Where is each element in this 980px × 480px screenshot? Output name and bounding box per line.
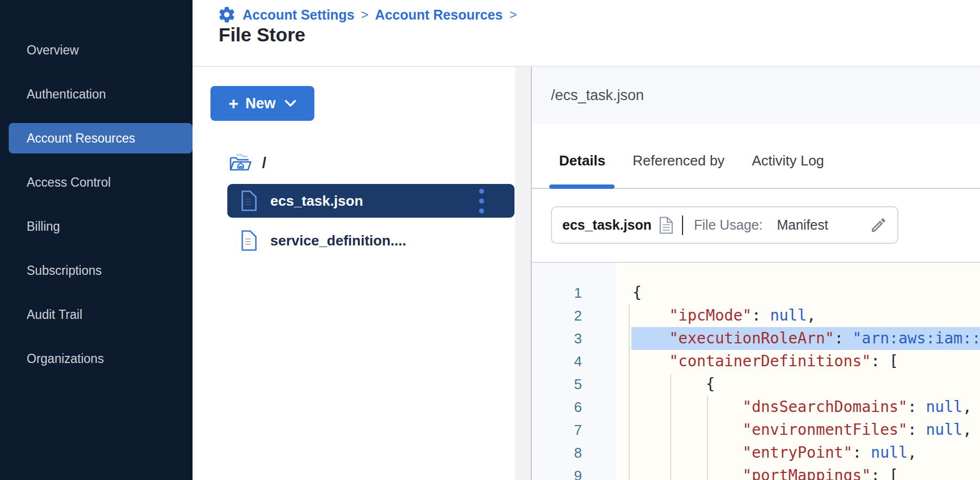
file-path: /ecs_task.json [551,87,644,104]
settings-sidebar: OverviewAuthenticationAccount ResourcesA… [0,0,193,480]
breadcrumb-link-account-settings[interactable]: Account Settings [243,7,355,23]
page-title: File Store [219,24,305,46]
code-line: "containerDefinitions": [ [632,350,898,373]
indent-guide [707,396,708,480]
breadcrumb-separator: > [361,7,369,22]
line-number: 1 [574,281,582,304]
line-number: 2 [574,304,582,327]
tab-activity-log[interactable]: Activity Log [752,152,824,169]
file-info-box: ecs_task.json File Usage: Manifest [551,206,898,244]
sidebar-item-organizations[interactable]: Organizations [0,343,193,374]
root-folder-row[interactable]: / [228,153,266,173]
file-icon [241,230,257,251]
divider [682,216,683,235]
breadcrumb-link-account-resources[interactable]: Account Resources [375,7,503,23]
sidebar-item-access-control[interactable]: Access Control [0,167,193,198]
code-line: "ipcMode": null, [632,304,816,327]
line-number: 8 [574,441,582,464]
code-line: "portMappings": [ [632,464,898,480]
line-number: 6 [574,396,582,419]
document-icon [659,217,673,234]
code-line: "executionRoleArn": "arn:aws:iam:: [632,327,980,350]
new-button-label: New [245,95,276,112]
code-line: { [632,281,642,304]
indent-guide [629,305,630,480]
sidebar-item-authentication[interactable]: Authentication [0,79,193,109]
gear-icon [218,5,236,24]
file-usage-value: Manifest [777,217,828,233]
sidebar-item-account-resources[interactable]: Account Resources [9,123,193,153]
breadcrumb-separator: > [509,7,517,22]
file-details-panel: /ecs_task.json DetailsReferenced byActiv… [532,67,980,480]
sidebar-item-overview[interactable]: Overview [0,35,193,65]
file-path-bar: /ecs_task.json [532,67,980,124]
file-usage-label: File Usage: [694,217,762,233]
tab-details[interactable]: Details [559,152,605,169]
file-tree-panel: + New / ecs_task.jsonservice_definition.… [193,67,515,480]
kebab-menu-icon[interactable] [477,187,486,216]
line-number: 3 [574,327,582,350]
code-line: "entryPoint": null, [632,441,917,464]
file-row-ecs-task-json[interactable]: ecs_task.json [227,184,514,218]
breadcrumb: Account Settings>Account Resources> [218,5,517,24]
tab-referenced-by[interactable]: Referenced by [632,152,724,169]
line-number-gutter: 123456789 [532,263,616,480]
file-store-page: OverviewAuthenticationAccount ResourcesA… [0,0,980,480]
indent-guide [670,374,671,480]
code-line: { [632,373,715,396]
details-tabs: DetailsReferenced byActivity Log [532,124,980,189]
home-folder-icon [228,153,252,173]
page-header: Account Settings>Account Resources> File… [193,0,980,67]
line-number: 5 [574,373,582,396]
sidebar-item-subscriptions[interactable]: Subscriptions [0,255,193,286]
plus-icon: + [228,95,238,112]
file-name: ecs_task.json [562,217,652,233]
code-editor[interactable]: 123456789 { "ipcMode": null, "executionR… [532,263,980,480]
line-number: 7 [574,419,582,441]
sidebar-item-billing[interactable]: Billing [0,211,193,242]
root-folder-label: / [262,155,266,171]
edit-pencil-icon[interactable] [870,216,888,234]
file-icon [241,190,257,211]
line-number: 4 [574,350,582,373]
sidebar-nav: OverviewAuthenticationAccount ResourcesA… [0,35,193,387]
new-file-button[interactable]: + New [210,86,314,121]
file-row-service-definition[interactable]: service_definition.... [241,225,513,256]
line-number: 9 [574,464,582,480]
chevron-down-icon [284,100,296,107]
panel-scrollbar[interactable] [515,67,532,480]
code-line: "environmentFiles": null, [632,419,972,441]
file-row-label: ecs_task.json [270,193,363,210]
code-line: "dnsSearchDomains": null, [632,396,972,419]
sidebar-item-audit-trail[interactable]: Audit Trail [0,299,193,330]
file-row-label: service_definition.... [270,232,406,249]
